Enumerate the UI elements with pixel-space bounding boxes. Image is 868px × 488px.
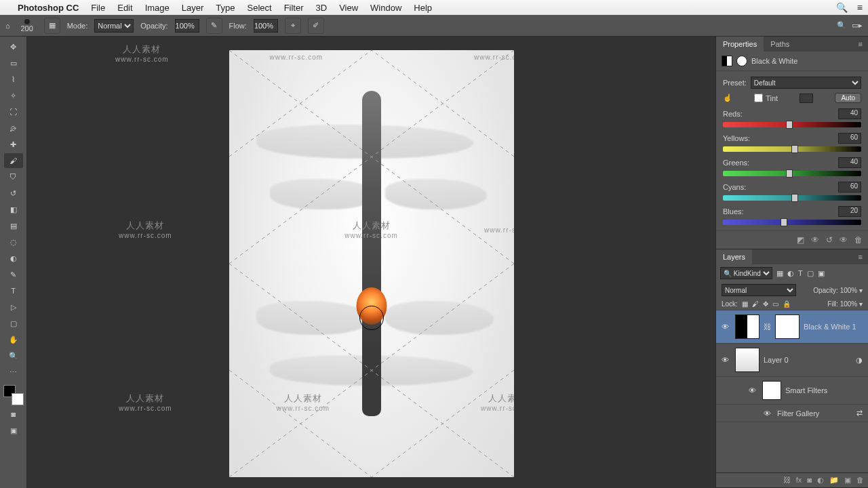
new-layer-icon[interactable]: ▣ <box>844 476 851 485</box>
toggle-visibility-icon[interactable]: 👁 <box>840 235 848 245</box>
blend-mode-select[interactable]: Normal <box>722 284 796 296</box>
menu-extras-icon[interactable]: ≡ <box>857 2 863 13</box>
blur-tool-icon[interactable]: ◌ <box>4 235 23 249</box>
brush-preset-picker[interactable]: 200 <box>17 16 37 35</box>
layer-filter-kind[interactable]: 🔍 KindKind <box>720 267 772 279</box>
history-brush-tool-icon[interactable]: ↺ <box>4 186 23 201</box>
filter-pixel-icon[interactable]: ▦ <box>776 269 783 278</box>
layer-opacity-value[interactable]: 100% <box>840 287 858 294</box>
layer-fill-value[interactable]: 100% <box>840 300 858 308</box>
menu-type[interactable]: Type <box>216 3 235 13</box>
layers-panel-menu-icon[interactable]: ≡ <box>853 249 868 264</box>
link-icon[interactable]: ⛓ <box>764 323 771 331</box>
search-icon[interactable]: 🔍 <box>836 2 848 13</box>
filter-gallery-item[interactable]: 👁 Filter Gallery ⇄ <box>716 405 868 422</box>
targeted-adjust-icon[interactable]: ☝ <box>723 94 732 102</box>
view-previous-icon[interactable]: 👁 <box>811 235 819 245</box>
gradient-tool-icon[interactable]: ▤ <box>4 218 23 233</box>
filter-blend-icon[interactable]: ⇄ <box>856 409 863 418</box>
brush-panel-toggle-icon[interactable]: ▦ <box>44 18 60 34</box>
menu-edit[interactable]: Edit <box>117 3 132 13</box>
lasso-tool-icon[interactable]: ⌇ <box>4 72 23 87</box>
foreground-background-swatch[interactable] <box>3 385 24 405</box>
layer-name[interactable]: Layer 0 <box>764 356 789 364</box>
marquee-tool-icon[interactable]: ▭ <box>4 56 23 70</box>
edit-toolbar-icon[interactable]: ⋯ <box>4 365 23 380</box>
cyans-slider[interactable] <box>723 195 861 201</box>
reds-slider[interactable] <box>723 122 861 127</box>
pressure-size-icon[interactable]: ✐ <box>308 18 324 34</box>
dodge-tool-icon[interactable]: ◐ <box>4 251 23 266</box>
tint-swatch[interactable] <box>800 94 813 103</box>
group-icon[interactable]: 📁 <box>829 476 839 485</box>
healing-tool-icon[interactable]: ✚ <box>4 137 23 152</box>
lock-transparent-icon[interactable]: ▦ <box>742 300 748 308</box>
tab-properties[interactable]: Properties <box>716 37 764 52</box>
eyedropper-tool-icon[interactable]: ⌮ <box>4 121 23 136</box>
tab-layers[interactable]: Layers <box>716 249 752 264</box>
flow-input[interactable] <box>254 19 278 33</box>
stamp-tool-icon[interactable]: ⛉ <box>4 169 23 184</box>
filter-smart-icon[interactable]: ▣ <box>818 269 825 278</box>
layer-thumb[interactable] <box>735 348 760 372</box>
menu-layer[interactable]: Layer <box>182 3 204 13</box>
greens-slider[interactable] <box>723 171 861 176</box>
brush-tool-icon[interactable]: 🖌 <box>4 153 23 168</box>
filter-shape-icon[interactable]: ▢ <box>807 269 814 278</box>
menu-window[interactable]: Window <box>370 3 401 13</box>
opacity-input[interactable] <box>175 19 199 33</box>
workspace-switcher-icon[interactable]: ▭▸ <box>852 21 863 30</box>
tab-paths[interactable]: Paths <box>764 37 796 52</box>
layer-mask-icon[interactable]: ◙ <box>807 476 812 485</box>
menu-image[interactable]: Image <box>145 3 170 13</box>
lock-all-icon[interactable]: 🔒 <box>783 300 791 308</box>
crop-tool-icon[interactable]: ⛶ <box>4 104 23 119</box>
clip-to-layer-icon[interactable]: ◩ <box>797 235 804 245</box>
menu-view[interactable]: View <box>339 3 358 13</box>
lock-position-icon[interactable]: ✥ <box>763 300 768 308</box>
airbrush-icon[interactable]: ⌖ <box>285 18 301 34</box>
zoom-tool-icon[interactable]: 🔍 <box>4 348 23 363</box>
auto-button[interactable]: Auto <box>835 93 861 103</box>
eraser-tool-icon[interactable]: ◧ <box>4 202 23 217</box>
yellows-slider[interactable] <box>723 146 861 152</box>
menu-help[interactable]: Help <box>414 3 432 13</box>
delete-layer-icon[interactable]: 🗑 <box>856 476 864 485</box>
filter-name[interactable]: Filter Gallery <box>777 409 819 418</box>
app-name[interactable]: Photoshop CC <box>18 3 79 13</box>
pressure-opacity-icon[interactable]: ✎ <box>206 18 222 34</box>
filter-adjust-icon[interactable]: ◐ <box>787 269 794 278</box>
panel-menu-icon[interactable]: ≡ <box>853 37 868 52</box>
home-icon[interactable]: ⌂ <box>5 22 10 30</box>
lock-pixels-icon[interactable]: 🖌 <box>752 300 759 308</box>
layer-mask-icon[interactable] <box>736 56 747 66</box>
menu-3d[interactable]: 3D <box>316 3 328 13</box>
search-icon[interactable]: 🔍 <box>837 21 846 30</box>
canvas-area[interactable]: www.rr-sc.com www.rr-sc.com 人人素材www.rr-s… <box>27 37 715 488</box>
path-select-tool-icon[interactable]: ▷ <box>4 300 23 314</box>
magic-wand-tool-icon[interactable]: ✧ <box>4 88 23 103</box>
document-canvas[interactable]: www.rr-sc.com www.rr-sc.com 人人素材www.rr-s… <box>229 50 514 477</box>
hand-tool-icon[interactable]: ✋ <box>4 332 23 347</box>
layer-style-icon[interactable]: fx <box>796 476 802 485</box>
menu-filter[interactable]: Filter <box>284 3 304 13</box>
layer-name[interactable]: Black & White 1 <box>804 323 856 331</box>
move-tool-icon[interactable]: ✥ <box>4 39 23 54</box>
smart-filters-group[interactable]: 👁 Smart Filters <box>716 377 868 405</box>
menu-select[interactable]: Select <box>247 3 271 13</box>
filter-type-icon[interactable]: T <box>798 269 803 277</box>
lock-artboard-icon[interactable]: ▭ <box>772 300 778 308</box>
filter-mask-thumb[interactable] <box>762 381 781 400</box>
type-tool-icon[interactable]: T <box>4 283 23 298</box>
preset-select[interactable]: Default <box>751 77 861 89</box>
adjustment-thumb[interactable] <box>735 314 760 339</box>
mode-select[interactable]: Normal <box>94 19 134 33</box>
quick-mask-icon[interactable]: ◙ <box>4 407 23 422</box>
layer-layer0[interactable]: 👁 Layer 0 ◑ <box>716 344 868 377</box>
shape-tool-icon[interactable]: ▢ <box>4 316 23 331</box>
pen-tool-icon[interactable]: ✎ <box>4 267 23 282</box>
tint-checkbox[interactable] <box>754 94 763 102</box>
visibility-toggle-icon[interactable]: 👁 <box>764 409 773 418</box>
visibility-toggle-icon[interactable]: 👁 <box>722 356 731 364</box>
reset-icon[interactable]: ↺ <box>826 235 833 245</box>
